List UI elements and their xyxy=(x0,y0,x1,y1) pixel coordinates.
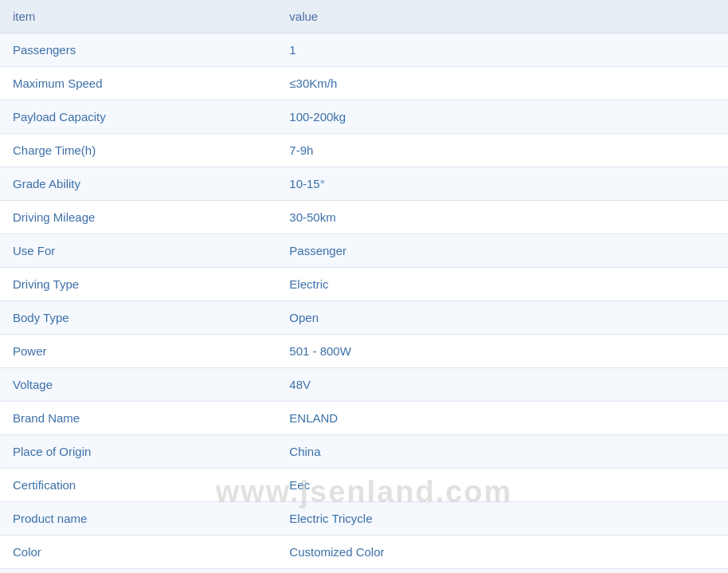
table-row: Driving Mileage30-50km xyxy=(0,201,728,234)
table-row: Brand NameENLAND xyxy=(0,402,728,435)
table-row: Place of OriginChina xyxy=(0,435,728,469)
table-row: Charge Time(h)7-9h xyxy=(0,134,728,167)
table-cell-item: Driving Type xyxy=(0,268,276,301)
table-cell-value: Customized Color xyxy=(276,536,728,569)
table-cell-value: China xyxy=(276,435,728,469)
table-cell-value: 48V xyxy=(276,368,728,402)
table-cell-value: Electric Tricycle xyxy=(276,502,728,536)
table-cell-value: ENLAND xyxy=(276,402,728,435)
column-header-value: value xyxy=(276,0,728,33)
table-cell-item: Place of Origin xyxy=(0,435,276,469)
table-cell-value: 1 xyxy=(276,33,728,67)
table-cell-item: Motor Power xyxy=(0,569,276,574)
table-cell-value: 100-200kg xyxy=(276,100,728,134)
table-cell-item: Color xyxy=(0,536,276,569)
table-cell-item: Payload Capacity xyxy=(0,100,276,134)
table-row: Voltage48V xyxy=(0,368,728,402)
table-cell-item: Certification xyxy=(0,469,276,502)
table-cell-value: Open xyxy=(276,301,728,335)
table-cell-item: Grade Ability xyxy=(0,167,276,201)
table-row: Payload Capacity100-200kg xyxy=(0,100,728,134)
table-row: Maximum Speed≤30Km/h xyxy=(0,67,728,100)
table-row: Passengers1 xyxy=(0,33,728,67)
table-cell-value: Electric xyxy=(276,268,728,301)
table-cell-item: Brand Name xyxy=(0,402,276,435)
table-cell-item: Product name xyxy=(0,502,276,536)
table-cell-value: 30-50km xyxy=(276,201,728,234)
table-cell-item: Maximum Speed xyxy=(0,67,276,100)
table-cell-value: Eec xyxy=(276,469,728,502)
table-row: Motor Power800W xyxy=(0,569,728,574)
table-row: Power501 - 800W xyxy=(0,335,728,368)
table-cell-value: 7-9h xyxy=(276,134,728,167)
table-cell-value: Passenger xyxy=(276,234,728,268)
table-cell-item: Passengers xyxy=(0,33,276,67)
table-cell-item: Driving Mileage xyxy=(0,201,276,234)
table-cell-item: Use For xyxy=(0,234,276,268)
table-cell-item: Charge Time(h) xyxy=(0,134,276,167)
table-cell-item: Voltage xyxy=(0,368,276,402)
table-cell-item: Body Type xyxy=(0,301,276,335)
table-cell-value: ≤30Km/h xyxy=(276,67,728,100)
table-row: CertificationEec xyxy=(0,469,728,502)
table-row: Driving TypeElectric xyxy=(0,268,728,301)
table-cell-item: Power xyxy=(0,335,276,368)
table-row: Body TypeOpen xyxy=(0,301,728,335)
table-header-row: item value xyxy=(0,0,728,33)
table-row: Use ForPassenger xyxy=(0,234,728,268)
spec-table: item value Passengers1Maximum Speed≤30Km… xyxy=(0,0,728,573)
table-cell-value: 800W xyxy=(276,569,728,574)
table-cell-value: 10-15° xyxy=(276,167,728,201)
spec-table-container: item value Passengers1Maximum Speed≤30Km… xyxy=(0,0,728,573)
table-row: Product nameElectric Tricycle xyxy=(0,502,728,536)
table-row: Grade Ability10-15° xyxy=(0,167,728,201)
table-row: ColorCustomized Color xyxy=(0,536,728,569)
column-header-item: item xyxy=(0,0,276,33)
table-cell-value: 501 - 800W xyxy=(276,335,728,368)
